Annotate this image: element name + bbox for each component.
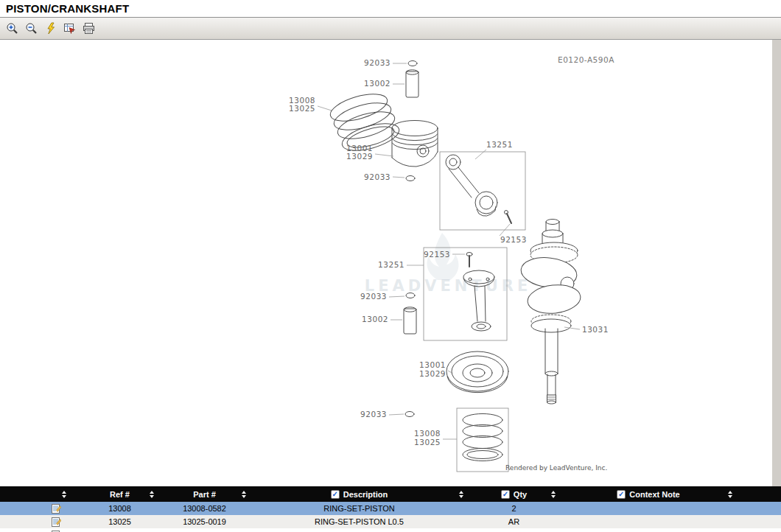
- col-header-description[interactable]: Description: [251, 486, 468, 502]
- sort-icon[interactable]: [62, 491, 66, 498]
- cell-qty: 2: [468, 502, 560, 515]
- part-label[interactable]: 13251: [378, 260, 404, 269]
- col-header-qty[interactable]: Qty: [468, 486, 560, 502]
- table-row[interactable]: [0, 528, 781, 532]
- connecting-rod-upper: [446, 155, 511, 223]
- print-icon: [83, 22, 95, 35]
- cell-ref: 13008: [81, 502, 158, 515]
- cell-part: 13008-0582: [158, 502, 251, 515]
- row-edit-icon[interactable]: [52, 517, 61, 527]
- col-label-context-note: Context Note: [629, 490, 679, 499]
- part-label[interactable]: 13029: [346, 152, 373, 161]
- zoom-out-button[interactable]: [24, 21, 39, 36]
- piston-lower-assembly: [446, 351, 508, 393]
- part-label[interactable]: 92033: [360, 292, 387, 301]
- col-label-description: Description: [343, 490, 388, 499]
- circlip-bottom: [405, 412, 414, 417]
- part-label[interactable]: 13008: [414, 429, 441, 438]
- description-column-checkbox[interactable]: [331, 490, 340, 499]
- toolbar: [0, 18, 781, 40]
- table-row[interactable]: 13008 13008-0582 RING-SET-PISTON 2: [0, 502, 781, 515]
- part-label[interactable]: 92033: [364, 58, 390, 67]
- cell-description: RING-SET-PISTON L0.5: [251, 515, 468, 528]
- circlip-top: [408, 61, 417, 66]
- part-label[interactable]: 13002: [364, 79, 390, 88]
- col-header-part[interactable]: Part #: [158, 486, 251, 502]
- part-label[interactable]: 13025: [289, 104, 315, 113]
- zoom-in-icon: [6, 22, 18, 35]
- parts-table: Ref # Part # Description Qty Context Not: [0, 486, 781, 532]
- part-label[interactable]: 13031: [582, 325, 609, 334]
- part-label[interactable]: 13251: [486, 140, 513, 149]
- piston-pin-top: [406, 70, 418, 97]
- circlip-second: [406, 176, 415, 181]
- cell-qty: AR: [468, 515, 560, 528]
- part-label[interactable]: 13029: [419, 369, 446, 378]
- qty-column-checkbox[interactable]: [501, 490, 510, 499]
- part-label[interactable]: 92153: [500, 235, 527, 244]
- cell-description: RING-SET-PISTON: [251, 502, 468, 515]
- part-label[interactable]: 92033: [364, 172, 390, 181]
- row-edit-icon[interactable]: [52, 503, 61, 514]
- zoom-in-button[interactable]: [4, 21, 20, 36]
- col-label-ref: Ref #: [110, 490, 130, 499]
- ring-set-bottom: [463, 414, 502, 461]
- part-label[interactable]: 92033: [360, 410, 387, 419]
- crankshaft: [519, 220, 582, 405]
- diagram-panel: LEADVENTURE: [0, 40, 781, 486]
- drawing-code: E0120-A590A: [558, 55, 614, 64]
- title-bar: PISTON/CRANKSHAFT: [0, 0, 781, 18]
- cell-part: 13025-0019: [158, 515, 251, 528]
- col-label-part: Part #: [193, 490, 216, 499]
- col-header-context-note[interactable]: Context Note: [560, 486, 737, 502]
- render-credit: Rendered by LeadVenture, Inc.: [505, 464, 607, 472]
- table-row[interactable]: 13025 13025-0019 RING-SET-PISTON L0.5 AR: [0, 515, 781, 528]
- table-header: Ref # Part # Description Qty Context Not: [0, 486, 781, 502]
- page-title: PISTON/CRANKSHAFT: [6, 2, 129, 15]
- parts-diagram[interactable]: LEADVENTURE: [0, 40, 772, 486]
- sort-icon[interactable]: [242, 491, 246, 498]
- watermark-text: LEADVENTURE: [365, 277, 531, 295]
- sort-icon[interactable]: [150, 491, 154, 498]
- sort-icon[interactable]: [459, 491, 463, 498]
- col-label-qty: Qty: [514, 490, 527, 499]
- context-note-column-checkbox[interactable]: [617, 490, 626, 499]
- part-label[interactable]: 13025: [414, 438, 441, 447]
- part-select-button[interactable]: [62, 21, 77, 36]
- part-label[interactable]: 92153: [424, 250, 450, 259]
- print-button[interactable]: [81, 21, 97, 36]
- cell-context-note: [560, 502, 737, 515]
- piston-pin-lower: [404, 307, 416, 334]
- part-select-icon: [63, 22, 76, 35]
- part-label[interactable]: 13001: [419, 360, 446, 369]
- cell-context-note: [560, 515, 737, 528]
- col-header-filler: [737, 486, 781, 502]
- flash-button[interactable]: [43, 21, 58, 36]
- zoom-out-icon: [25, 22, 38, 35]
- col-header-ref[interactable]: Ref #: [81, 486, 158, 502]
- col-header-select[interactable]: [0, 486, 81, 502]
- conrod-detail-box-upper: [440, 152, 525, 230]
- sort-icon[interactable]: [728, 491, 732, 498]
- flash-icon: [45, 22, 57, 35]
- part-label[interactable]: 13002: [362, 315, 388, 323]
- piston-top-assembly: [392, 121, 438, 167]
- sort-icon[interactable]: [551, 491, 556, 498]
- cell-ref: 13025: [81, 515, 158, 528]
